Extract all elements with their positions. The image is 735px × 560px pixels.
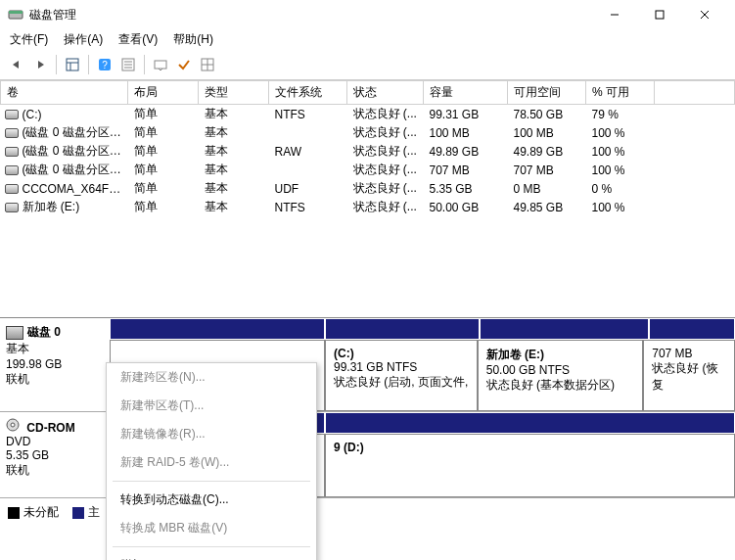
maximize-button[interactable]	[637, 0, 682, 29]
grid-icon[interactable]	[197, 54, 218, 75]
view-icon[interactable]	[62, 54, 83, 75]
title-bar: 磁盘管理	[0, 0, 735, 29]
col-status[interactable]: 状态	[347, 81, 424, 105]
col-volume[interactable]: 卷	[1, 81, 128, 105]
back-button[interactable]	[6, 54, 27, 75]
cdrom-info[interactable]: CD-ROM DVD 5.35 GB 联机	[0, 412, 110, 497]
cdrom-partition[interactable]: 9 (D:)	[325, 434, 735, 497]
action-icon[interactable]	[150, 54, 171, 75]
help-icon[interactable]: ?	[94, 54, 115, 75]
ctx-convert-mbr: 转换成 MBR 磁盘(V)	[107, 514, 316, 527]
table-row[interactable]: (磁盘 0 磁盘分区 6)简单基本状态良好 (...707 MB707 MB10…	[1, 161, 735, 179]
menu-file[interactable]: 文件(F)	[10, 31, 48, 48]
menu-bar: 文件(F) 操作(A) 查看(V) 帮助(H)	[0, 29, 735, 52]
partition-recovery[interactable]: 707 MB 状态良好 (恢复	[643, 340, 735, 411]
legend-unalloc-swatch	[8, 507, 20, 519]
list-icon[interactable]	[117, 54, 139, 75]
volume-icon	[5, 110, 19, 119]
volume-icon	[5, 203, 19, 212]
check-icon[interactable]	[173, 54, 195, 75]
disk0-info[interactable]: 磁盘 0 基本 199.98 GB 联机	[0, 318, 110, 411]
col-capacity[interactable]: 容量	[424, 81, 508, 105]
menu-view[interactable]: 查看(V)	[118, 31, 158, 48]
volume-icon	[5, 184, 19, 194]
partition-c[interactable]: (C:) 99.31 GB NTFS 状态良好 (启动, 页面文件,	[325, 340, 478, 411]
column-header-row: 卷 布局 类型 文件系统 状态 容量 可用空间 % 可用	[1, 81, 735, 105]
ctx-new-spanned: 新建跨区卷(N)...	[107, 363, 316, 392]
svg-rect-3	[656, 11, 664, 19]
legend-primary-swatch	[72, 507, 84, 519]
volume-icon	[5, 165, 19, 175]
volume-icon	[5, 128, 19, 138]
volume-list[interactable]: 卷 布局 类型 文件系统 状态 容量 可用空间 % 可用 (C:)简单基本NTF…	[0, 80, 735, 317]
cdrom-icon	[6, 421, 23, 435]
col-pct[interactable]: % 可用	[586, 81, 655, 105]
table-row[interactable]: 新加卷 (E:)简单基本NTFS状态良好 (...50.00 GB49.85 G…	[1, 198, 735, 216]
menu-action[interactable]: 操作(A)	[64, 31, 103, 48]
col-free[interactable]: 可用空间	[508, 81, 586, 105]
ctx-convert-dynamic[interactable]: 转换到动态磁盘(C)...	[107, 486, 316, 514]
svg-rect-1	[9, 11, 23, 14]
window-title: 磁盘管理	[29, 7, 76, 23]
close-button[interactable]	[682, 0, 727, 29]
col-type[interactable]: 类型	[199, 81, 269, 105]
context-menu: 新建跨区卷(N)... 新建带区卷(T)... 新建镜像卷(R)... 新建 R…	[106, 362, 317, 527]
ctx-new-mirror: 新建镜像卷(R)...	[107, 420, 316, 448]
col-fs[interactable]: 文件系统	[269, 81, 347, 105]
partition-e[interactable]: 新加卷 (E:) 50.00 GB NTFS 状态良好 (基本数据分区)	[478, 340, 644, 411]
svg-point-20	[11, 423, 15, 427]
minimize-button[interactable]	[592, 0, 637, 29]
ctx-new-striped: 新建带区卷(T)...	[107, 392, 316, 420]
table-row[interactable]: (磁盘 0 磁盘分区 1)简单基本状态良好 (...100 MB100 MB10…	[1, 123, 735, 142]
svg-text:?: ?	[102, 60, 108, 70]
table-row[interactable]: (C:)简单基本NTFS状态良好 (...99.31 GB78.50 GB79 …	[1, 105, 735, 124]
table-row[interactable]: CCCOMA_X64FR...简单基本UDF状态良好 (...5.35 GB0 …	[1, 179, 735, 198]
table-row[interactable]: (磁盘 0 磁盘分区 3)简单基本RAW状态良好 (...49.89 GB49.…	[1, 142, 735, 161]
ctx-new-raid5: 新建 RAID-5 卷(W)...	[107, 448, 316, 477]
svg-rect-6	[67, 59, 78, 70]
svg-rect-15	[155, 61, 166, 69]
menu-help[interactable]: 帮助(H)	[173, 31, 213, 48]
disk-icon	[6, 326, 23, 340]
volume-icon	[5, 147, 19, 157]
toolbar: ?	[0, 52, 735, 80]
app-icon	[8, 7, 23, 23]
forward-button[interactable]	[29, 54, 51, 75]
col-layout[interactable]: 布局	[128, 81, 199, 105]
